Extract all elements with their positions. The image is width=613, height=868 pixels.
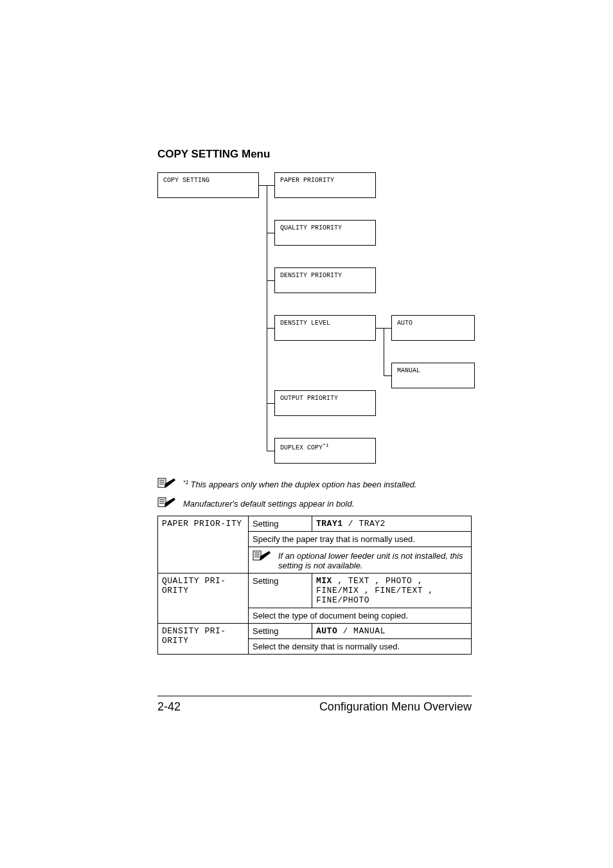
- flow-label: DENSITY PRIORITY: [280, 272, 342, 279]
- setting-desc: Select the type of document being copied…: [249, 608, 472, 624]
- note-icon: [157, 496, 177, 511]
- note-body: If an optional lower feeder unit is not …: [278, 550, 467, 570]
- flow-label: AUTO: [397, 320, 413, 327]
- note-text: *1This appears only when the duplex opti…: [183, 479, 416, 489]
- conn: [267, 451, 274, 452]
- flow-sup: *1: [323, 442, 329, 448]
- conn: [267, 233, 274, 234]
- table-row: DENSITY PRI-ORITY Setting AUTO / MANUAL: [158, 624, 472, 639]
- bus-col2: [267, 185, 267, 451]
- flow-item: AUTO: [391, 315, 475, 341]
- svg-rect-0: [158, 478, 166, 487]
- conn: [376, 328, 384, 329]
- flow-root-label: COPY SETTING: [163, 177, 209, 184]
- setting-label: Setting: [249, 624, 312, 639]
- flow-label: DUPLEX COPY: [280, 444, 323, 451]
- conn: [384, 375, 391, 377]
- table-row: QUALITY PRI-ORITY Setting MIX , TEXT , P…: [158, 574, 472, 608]
- page-footer: 2-42 Configuration Menu Overview: [157, 696, 472, 714]
- opt-rest: , TEXT , PHOTO , FINE/MIX , FINE/TEXT , …: [316, 576, 434, 605]
- opt-bold: TRAY1: [316, 519, 343, 529]
- page: COPY SETTING Menu COPY SETTING PAPER PRI…: [0, 0, 613, 868]
- page-number: 2-42: [157, 700, 181, 714]
- flow-item: QUALITY PRIORITY: [274, 220, 376, 246]
- conn: [384, 328, 391, 329]
- setting-desc: Specify the paper tray that is normally …: [249, 532, 472, 547]
- note-sup: *1: [183, 479, 189, 485]
- table-row: PAPER PRIOR-ITY Setting TRAY1 / TRAY2: [158, 516, 472, 532]
- conn: [267, 185, 274, 186]
- flow-label: QUALITY PRIORITY: [280, 224, 342, 231]
- footer-rule: [157, 696, 472, 696]
- section-heading: COPY SETTING Menu: [157, 148, 472, 161]
- setting-options: AUTO / MANUAL: [312, 624, 472, 639]
- setting-label: Setting: [249, 516, 312, 532]
- footer-title: Configuration Menu Overview: [319, 700, 472, 714]
- opt-bold: AUTO: [316, 626, 337, 636]
- note-body: This appears only when the duplex option…: [191, 480, 417, 489]
- svg-rect-4: [158, 498, 166, 507]
- flow-item-duplex: DUPLEX COPY*1: [274, 438, 376, 464]
- flow-item: PAPER PRIORITY: [274, 172, 376, 198]
- opt-rest: / TRAY2: [343, 519, 386, 529]
- svg-rect-8: [253, 551, 261, 560]
- conn: [267, 328, 274, 329]
- setting-desc: Select the density that is normally used…: [249, 639, 472, 655]
- flow-label: DENSITY LEVEL: [280, 320, 330, 327]
- conn: [267, 403, 274, 404]
- note-row: *1This appears only when the duplex opti…: [157, 477, 472, 491]
- flow-item: MANUAL: [391, 363, 475, 388]
- flow-label: MANUAL: [397, 367, 420, 374]
- flow-root: COPY SETTING: [157, 172, 259, 198]
- opt-rest: / MANUAL: [337, 626, 386, 636]
- flow-label: PAPER PRIORITY: [280, 177, 334, 184]
- note-icon: [157, 477, 177, 491]
- flow-label: OUTPUT PRIORITY: [280, 395, 338, 402]
- setting-options: TRAY1 / TRAY2: [312, 516, 472, 532]
- bus-col3: [384, 328, 384, 375]
- conn: [267, 280, 274, 282]
- conn: [259, 185, 267, 186]
- flow-item: DENSITY PRIORITY: [274, 267, 376, 293]
- setting-options: MIX , TEXT , PHOTO , FINE/MIX , FINE/TEX…: [312, 574, 472, 608]
- setting-name: DENSITY PRI-ORITY: [158, 624, 249, 655]
- menu-flow-diagram: COPY SETTING PAPER PRIORITY QUALITY PRIO…: [157, 172, 472, 471]
- note-icon: [253, 550, 272, 563]
- setting-name: QUALITY PRI-ORITY: [158, 574, 249, 624]
- setting-label: Setting: [249, 574, 312, 608]
- setting-note: If an optional lower feeder unit is not …: [249, 547, 472, 574]
- note-row: Manufacturer's default settings appear i…: [157, 496, 472, 511]
- opt-bold: MIX: [316, 576, 332, 586]
- setting-name: PAPER PRIOR-ITY: [158, 516, 249, 574]
- settings-table: PAPER PRIOR-ITY Setting TRAY1 / TRAY2 Sp…: [157, 516, 472, 655]
- flow-item: OUTPUT PRIORITY: [274, 390, 376, 416]
- note-text: Manufacturer's default settings appear i…: [183, 499, 354, 509]
- flow-item-density-level: DENSITY LEVEL: [274, 315, 376, 341]
